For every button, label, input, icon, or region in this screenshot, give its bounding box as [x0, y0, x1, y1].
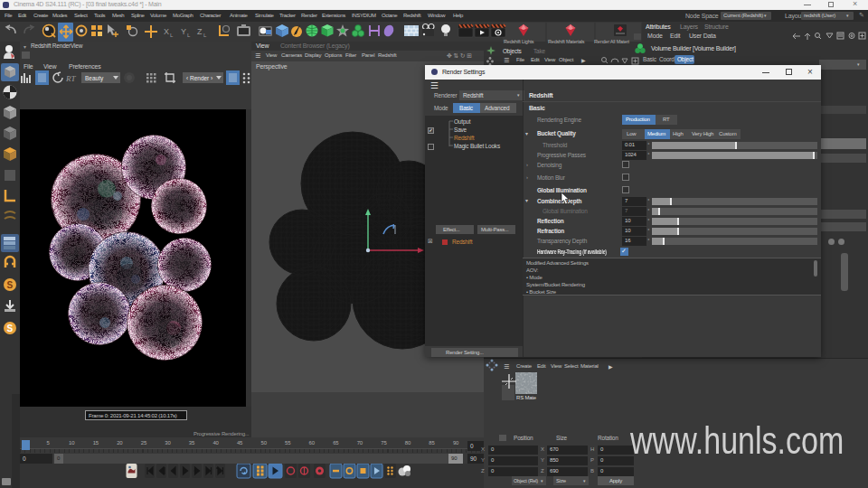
svg-text:RT: RT [65, 74, 76, 83]
svg-text:L: L [203, 33, 207, 38]
svg-text:S: S [7, 280, 14, 290]
svg-text:‹ Render ›: ‹ Render › [186, 75, 212, 81]
svg-text:Beauty: Beauty [85, 75, 104, 82]
svg-text:Y: Y [181, 27, 186, 36]
svg-text:L: L [187, 33, 191, 38]
svg-text:L: L [170, 33, 174, 38]
svg-text:Z: Z [197, 27, 203, 36]
svg-text:X: X [164, 27, 169, 36]
svg-text:S: S [7, 324, 14, 333]
